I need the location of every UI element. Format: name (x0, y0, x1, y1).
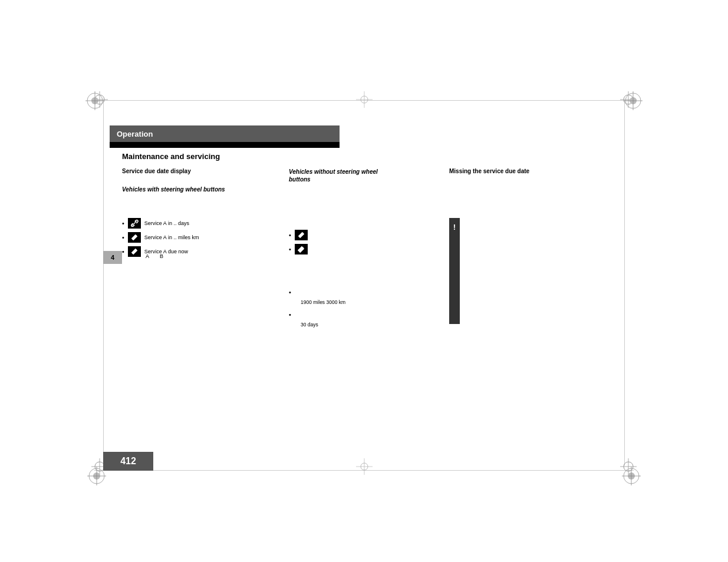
circle-top-left (85, 91, 104, 110)
mid-col-lower: • 1900 miles 3000 km • 30 days (289, 289, 345, 328)
mid-wrench-icon-2 (295, 244, 308, 254)
page-number-badge: 412 (103, 452, 153, 471)
page-container: nf_BA.book Page 412 Friday, January 25, … (0, 0, 728, 562)
mid-bullet-2: • (289, 244, 311, 254)
circle-bottom-left (87, 467, 106, 485)
circle-top-right (624, 91, 643, 110)
col2-heading: Vehicles without steering wheel buttons (289, 168, 395, 183)
wrench-icon-2 (128, 232, 141, 243)
mid-lower-dot-2: • (289, 311, 291, 318)
mid-col-upper: • • (289, 230, 311, 258)
warning-exclamation-icon: ! (453, 223, 456, 232)
mid-wrench-icon-1 (295, 230, 308, 240)
col1-sub-heading: Vehicles with steering wheel buttons (122, 186, 225, 193)
black-bar (110, 142, 340, 148)
header-title: Operation (117, 130, 153, 138)
chapter-number-badge: 4 (103, 251, 122, 264)
vert-line-left (103, 100, 104, 465)
mid-bullet-dot-2: • (289, 246, 291, 253)
vert-line-right (624, 100, 625, 465)
bullet-dot-2: • (122, 234, 124, 241)
mid-lower-dot-1: • (289, 289, 291, 296)
bullet-item-1: • Service A in .. days (122, 218, 199, 229)
col1-heading: Service due date display (122, 168, 191, 174)
mid-lower-bullet-1: • (289, 289, 345, 296)
bullet-item-2: • Service A in .. miles km (122, 232, 199, 243)
ab-labels: A B (146, 253, 168, 259)
bullet-dot-3: • (122, 248, 124, 255)
wrench-icon-3 (128, 246, 141, 257)
section-heading: Maintenance and servicing (122, 152, 220, 161)
svg-line-18 (132, 222, 136, 226)
bullet-dot-1: • (122, 220, 124, 227)
mid-lower-subtext-1: 1900 miles 3000 km (301, 299, 345, 305)
bullet-text-2: Service A in .. miles km (144, 234, 199, 240)
page-number: 412 (120, 456, 136, 467)
mid-lower-bullet-2: • (289, 311, 345, 318)
wrench-icon-1 (128, 218, 141, 229)
crosshair-top-center (356, 91, 373, 108)
bullet-text-1: Service A in .. days (144, 220, 189, 226)
warning-box: ! (449, 218, 460, 324)
col3-heading: Missing the service due date (449, 168, 529, 174)
circle-bottom-right (622, 467, 641, 485)
mid-lower-subtext-2: 30 days (301, 322, 345, 328)
crosshair-bottom-center (356, 458, 373, 475)
header-bar: Operation (110, 125, 340, 142)
mid-bullet-dot-1: • (289, 232, 291, 239)
mid-bullet-1: • (289, 230, 311, 240)
